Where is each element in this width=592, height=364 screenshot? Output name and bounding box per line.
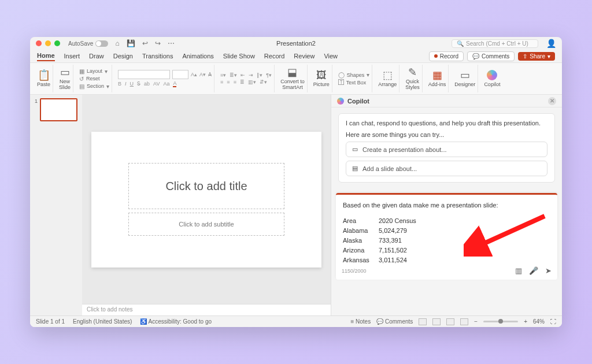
record-button[interactable]: Record bbox=[429, 51, 464, 61]
increase-font-icon[interactable]: A▴ bbox=[191, 72, 197, 77]
notebook-icon[interactable]: ▥ bbox=[515, 266, 522, 275]
tab-slideshow[interactable]: Slide Show bbox=[223, 51, 255, 61]
status-comments-button[interactable]: 💬 Comments bbox=[376, 318, 413, 325]
columns-icon[interactable]: ▥▾ bbox=[248, 79, 256, 85]
underline-icon[interactable]: U bbox=[130, 81, 134, 87]
search-input[interactable]: 🔍 Search (Cmd + Ctrl + U) bbox=[452, 39, 538, 48]
tab-review[interactable]: Review bbox=[294, 51, 314, 61]
section-button[interactable]: ▤Section▾ bbox=[79, 83, 109, 90]
align-left-icon[interactable]: ≡ bbox=[220, 79, 223, 85]
maximize-window-button[interactable] bbox=[54, 40, 60, 46]
shadow-icon[interactable]: ab bbox=[144, 81, 150, 87]
paste-label: Paste bbox=[37, 81, 50, 87]
align-center-icon[interactable]: ≡ bbox=[227, 79, 230, 85]
decrease-font-icon[interactable]: A▾ bbox=[199, 72, 206, 77]
zoom-percent[interactable]: 64% bbox=[533, 318, 545, 325]
tbl-r2c2: 733,391 bbox=[379, 236, 402, 246]
fit-window-icon[interactable]: ⛶ bbox=[550, 318, 556, 325]
paste-group[interactable]: 📋Paste bbox=[35, 65, 53, 92]
toggle-switch-icon bbox=[95, 40, 108, 47]
close-panel-button[interactable]: ✕ bbox=[548, 97, 556, 105]
zoom-slider[interactable] bbox=[483, 321, 518, 322]
italic-icon[interactable]: I bbox=[125, 81, 127, 87]
comments-button[interactable]: 💬Comments bbox=[467, 51, 515, 61]
quick-styles-button[interactable]: ✎Quick Styles bbox=[403, 65, 423, 92]
text-dir-icon[interactable]: ¶▾ bbox=[266, 72, 272, 78]
autosave-toggle[interactable]: AutoSave bbox=[68, 40, 108, 47]
tab-insert[interactable]: Insert bbox=[64, 51, 80, 61]
line-spacing-icon[interactable]: ‖▾ bbox=[257, 72, 262, 78]
tab-transitions[interactable]: Transitions bbox=[142, 51, 173, 61]
layout-label: Layout bbox=[87, 68, 102, 74]
picture-button[interactable]: 🖼Picture bbox=[311, 65, 332, 92]
view-normal-icon[interactable] bbox=[419, 318, 427, 325]
mic-icon[interactable]: 🎤 bbox=[529, 266, 538, 275]
font-color-icon[interactable]: A bbox=[173, 80, 176, 87]
slide-canvas[interactable]: Click to add title Click to add subtitle bbox=[82, 95, 331, 304]
char-counter: 1150/2000 bbox=[342, 268, 367, 274]
copilot-input[interactable]: Based on the given data make me a presen… bbox=[336, 193, 557, 280]
input-header: Based on the given data make me a presen… bbox=[343, 200, 550, 210]
tab-home[interactable]: Home bbox=[37, 51, 55, 61]
sug1-label: Create a presentation about... bbox=[362, 146, 447, 153]
designer-button[interactable]: ▭Designer bbox=[452, 65, 478, 92]
zoom-out-button[interactable]: − bbox=[474, 318, 478, 325]
home-icon[interactable]: ⌂ bbox=[115, 39, 119, 47]
view-sorter-icon[interactable] bbox=[432, 318, 441, 325]
redo-icon[interactable]: ↪ bbox=[155, 39, 161, 47]
arrange-label: Arrange bbox=[378, 81, 397, 87]
more-icon[interactable]: ⋯ bbox=[168, 39, 175, 47]
status-language[interactable]: English (United States) bbox=[73, 318, 132, 325]
close-window-button[interactable] bbox=[36, 40, 42, 46]
suggestion-create-presentation[interactable]: ▭Create a presentation about... bbox=[346, 142, 547, 157]
zoom-in-button[interactable]: + bbox=[524, 318, 527, 325]
indent-inc-icon[interactable]: ⇥ bbox=[249, 72, 253, 78]
slide-thumbnail-1[interactable] bbox=[40, 98, 77, 121]
status-notes-button[interactable]: ≡ Notes bbox=[350, 318, 371, 325]
tab-animations[interactable]: Animations bbox=[182, 51, 213, 61]
new-slide-button[interactable]: ▭New Slide bbox=[57, 65, 73, 92]
undo-icon[interactable]: ↩ bbox=[142, 39, 148, 47]
minimize-window-button[interactable] bbox=[45, 40, 51, 46]
clear-format-icon[interactable]: A̶ bbox=[208, 72, 212, 77]
indent-dec-icon[interactable]: ⇤ bbox=[240, 72, 245, 78]
autosave-label: AutoSave bbox=[68, 40, 93, 47]
layout-button[interactable]: ▦Layout▾ bbox=[79, 68, 108, 75]
align-vert-icon[interactable]: ⇵▾ bbox=[260, 79, 267, 85]
tab-draw[interactable]: Draw bbox=[89, 51, 104, 61]
quickstyles-icon: ✎ bbox=[408, 67, 417, 77]
suggestion-add-slide[interactable]: ▤Add a slide about... bbox=[346, 161, 547, 176]
view-slideshow-icon[interactable] bbox=[460, 318, 468, 325]
bold-icon[interactable]: B bbox=[118, 81, 121, 87]
bullets-icon[interactable]: ≡▾ bbox=[220, 72, 226, 78]
subtitle-placeholder[interactable]: Click to add subtitle bbox=[128, 213, 284, 236]
save-icon[interactable]: 💾 bbox=[127, 39, 135, 47]
share-button[interactable]: ⇧Share▾ bbox=[518, 52, 555, 61]
reset-button[interactable]: ↺Reset bbox=[79, 76, 100, 82]
overflow-icon[interactable]: 👤 bbox=[546, 39, 556, 48]
notes-label: Notes bbox=[356, 318, 371, 325]
font-size-select[interactable] bbox=[172, 70, 188, 79]
spacing-icon[interactable]: AV bbox=[153, 81, 160, 87]
strike-icon[interactable]: S̶ bbox=[137, 81, 140, 87]
copilot-ribbon-button[interactable]: Copilot bbox=[482, 65, 502, 92]
view-reading-icon[interactable] bbox=[446, 318, 454, 325]
textbox-button[interactable]: 🅃Text Box bbox=[338, 79, 367, 86]
tab-view[interactable]: View bbox=[324, 51, 338, 61]
align-right-icon[interactable]: ≡ bbox=[234, 79, 236, 85]
addins-button[interactable]: ▦Add-ins bbox=[426, 65, 449, 92]
titlebar: AutoSave ⌂ 💾 ↩ ↪ ⋯ Presentation2 🔍 Searc… bbox=[30, 37, 562, 50]
title-placeholder[interactable]: Click to add title bbox=[128, 163, 284, 209]
shapes-button[interactable]: ◯Shapes▾ bbox=[338, 72, 370, 78]
numbering-icon[interactable]: ≣▾ bbox=[230, 72, 237, 78]
notes-pane[interactable]: Click to add notes bbox=[82, 304, 331, 315]
tab-design[interactable]: Design bbox=[113, 51, 133, 61]
arrange-button[interactable]: ⬚Arrange bbox=[376, 65, 399, 92]
highlight-icon[interactable]: Aa bbox=[163, 81, 169, 87]
send-icon[interactable]: ➤ bbox=[545, 266, 552, 275]
tab-record[interactable]: Record bbox=[264, 51, 284, 61]
status-accessibility[interactable]: ♿ Accessibility: Good to go bbox=[140, 318, 212, 325]
font-family-select[interactable] bbox=[118, 70, 170, 79]
smartart-button[interactable]: ⬓Convert to SmartArt bbox=[278, 65, 308, 92]
justify-icon[interactable]: ≣ bbox=[240, 79, 245, 85]
